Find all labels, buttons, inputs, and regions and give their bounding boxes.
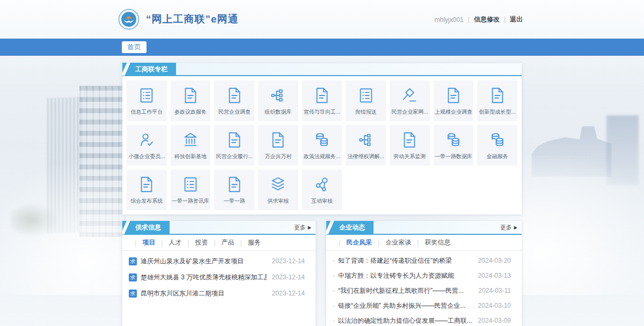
gsl-panel: 工商联专栏 信息工作平台 参政议政服务 民营企业调查	[122, 63, 522, 214]
news-item-date: 2024-03-10	[478, 302, 511, 309]
app-grid-item[interactable]: 法律维权调解...	[346, 125, 386, 166]
app-grid-item[interactable]: 一带一路资讯库	[171, 169, 211, 210]
news-more-label: 更多	[500, 224, 512, 232]
person-check-icon	[137, 131, 156, 149]
supply-panel-header: 供求信息 更多 ▶	[122, 221, 316, 235]
news-item-title: 以法治的确定性助力提信心促发展——工商联...	[338, 316, 473, 325]
app-grid-item-label: 互动审核	[311, 197, 333, 205]
layers-icon	[269, 175, 287, 194]
bullet-icon: ·	[333, 317, 335, 324]
app-grid-item[interactable]: 民营企业调查	[214, 80, 254, 121]
supply-panel: 供求信息 更多 ▶ 项目 人才 投资 产品 服务	[122, 221, 316, 326]
doc-icon	[444, 86, 463, 105]
news-list-item[interactable]: · 以法治的确定性助力提信心促发展——工商联... 2024-03-09	[333, 313, 511, 326]
app-grid-item[interactable]: 金融服务	[477, 125, 517, 166]
news-list: · 知了背调：搭建起“传递职业信任”的桥梁 2024-03-20 · 中瑞方胜：…	[326, 251, 522, 326]
doc-icon	[269, 131, 287, 149]
news-tab[interactable]: 获奖信息	[411, 238, 450, 247]
news-item-date: 2024-03-20	[478, 257, 511, 264]
orgchart-icon	[357, 131, 375, 149]
app-grid-item[interactable]: 舆情报送	[346, 80, 386, 121]
app-grid-item[interactable]: 一带一路数据库	[434, 125, 474, 166]
user-bar: mhlyjx001 信息修改 退出	[435, 15, 523, 24]
database-icon	[444, 131, 463, 149]
supply-list-item[interactable]: 求 迪庆州山泉水及矿泉水生产开发项目 2023-12-14	[129, 253, 305, 269]
app-grid-item-label: 金融服务	[487, 153, 508, 160]
supply-list-item[interactable]: 求 楚雄州大姚县 3 万吨优质薄壳核桃精深加工及科... 2023-12-14	[129, 269, 305, 285]
logout-link[interactable]: 退出	[500, 15, 523, 24]
news-list-item[interactable]: · 中瑞方胜：以专注铸专长为人力资源赋能 2024-03-13	[333, 268, 511, 283]
app-grid-item[interactable]: 上规模企业调查	[434, 80, 474, 121]
bullet-icon: ·	[333, 257, 335, 264]
list-icon	[137, 86, 156, 105]
supply-tab[interactable]: 项目	[129, 238, 155, 247]
supply-item-date: 2023-12-14	[272, 273, 305, 281]
news-list-item[interactable]: · 知了背调：搭建起“传递职业信任”的桥梁 2024-03-20	[333, 253, 511, 268]
nav-home-button[interactable]: 首页	[122, 41, 147, 53]
news-tabs: 民企风采 企业家谈 获奖信息	[326, 235, 522, 251]
news-panel-title: 企业动态	[326, 221, 374, 234]
doc-icon	[181, 86, 200, 105]
news-list-item[interactable]: · 链接“企业所能” 共助乡村振兴——民营企业... 2024-03-10	[333, 298, 511, 313]
app-grid-item-label: 参政议政服务	[174, 108, 207, 116]
supply-tab[interactable]: 产品	[208, 238, 234, 247]
app-grid-item[interactable]: 供求审核	[258, 169, 298, 210]
news-item-date: 2024-03-09	[478, 317, 511, 324]
list-icon	[181, 175, 200, 194]
supply-item-date: 2023-12-14	[272, 290, 305, 297]
news-tab[interactable]: 企业家谈	[372, 238, 411, 247]
username: mhlyjx001	[435, 16, 464, 24]
app-grid-item[interactable]: 综合发布系统	[127, 169, 167, 210]
gavel-icon	[400, 86, 419, 105]
gsl-panel-title: 工商联专栏	[122, 63, 176, 76]
news-tab[interactable]: 民企风采	[333, 238, 372, 247]
gsl-panel-header: 工商联专栏	[122, 63, 522, 76]
doc-icon	[313, 86, 331, 105]
app-grid-item[interactable]: 互动审核	[302, 169, 342, 210]
app-grid-item[interactable]: 万企兴万村	[258, 125, 298, 166]
app-grid-item-label: 组织数据库	[265, 108, 291, 116]
app-grid-item-label: 创新型成长型...	[479, 108, 515, 116]
app-grid-item[interactable]: 民营企业家网...	[390, 80, 430, 121]
site-title: “网上工商联”e网通	[146, 12, 239, 26]
news-item-title: 中瑞方胜：以专注铸专长为人力资源赋能	[338, 271, 473, 280]
app-grid-item[interactable]: 创新型成长型...	[477, 80, 517, 121]
supply-tab[interactable]: 投资	[181, 238, 208, 247]
supply-list-item[interactable]: 求 昆明市东川区东川港二期项目 2023-12-14	[129, 285, 305, 301]
supply-item-title: 昆明市东川区东川港二期项目	[141, 289, 267, 298]
news-item-date: 2024-03-11	[479, 287, 511, 294]
app-grid-item[interactable]: 民营企业履行...	[214, 125, 254, 166]
app-grid-item[interactable]: 科技创新基地	[171, 125, 211, 166]
news-panel-header: 企业动态 更多 ▶	[326, 221, 522, 235]
app-grid-item[interactable]: 参政议政服务	[171, 80, 211, 121]
app-grid-item-label: 信息工作平台	[130, 108, 163, 116]
news-more-link[interactable]: 更多 ▶	[500, 224, 522, 232]
app-grid-item-label: 民营企业履行...	[216, 153, 252, 160]
supply-list: 求 迪庆州山泉水及矿泉水生产开发项目 2023-12-14 求 楚雄州大姚县 3…	[122, 251, 316, 301]
app-grid-item[interactable]: 信息工作平台	[127, 80, 167, 121]
doc-icon	[225, 131, 244, 149]
supply-tabs: 项目 人才 投资 产品 服务	[122, 235, 316, 251]
app-grid-item[interactable]: 小微企业委员...	[127, 125, 167, 166]
app-grid-item[interactable]: 宣传与导向工...	[302, 80, 342, 121]
app-grid-item[interactable]: 政策法规服务...	[302, 125, 342, 166]
app-grid-item-label: 法律维权调解...	[347, 153, 384, 160]
supply-more-label: 更多	[294, 224, 306, 232]
app-grid-item[interactable]: 一带一路	[214, 169, 254, 210]
app-grid-item-label: 小微企业委员...	[128, 153, 165, 160]
app-grid-item-label: 科技创新基地	[174, 153, 207, 160]
more-arrow-icon: ▶	[308, 225, 311, 230]
app-grid-item[interactable]: 劳动关系监测	[390, 125, 430, 166]
main-content: 工商联专栏 信息工作平台 参政议政服务 民营企业调查	[122, 63, 522, 326]
edit-info-link[interactable]: 信息修改	[464, 15, 500, 24]
supply-more-link[interactable]: 更多 ▶	[294, 224, 316, 232]
app-grid-item-label: 供求审核	[267, 197, 289, 205]
news-list-item[interactable]: · “我们在新时代新征程上凯歌而行”——民营... 2024-03-11	[333, 283, 511, 298]
demand-badge: 求	[129, 290, 137, 298]
supply-tab[interactable]: 服务	[235, 238, 261, 247]
database-icon	[488, 131, 507, 149]
app-grid-item[interactable]: 组织数据库	[258, 80, 298, 121]
supply-tab[interactable]: 人才	[155, 238, 181, 247]
doc-icon	[400, 131, 419, 149]
bank-icon	[181, 131, 200, 149]
